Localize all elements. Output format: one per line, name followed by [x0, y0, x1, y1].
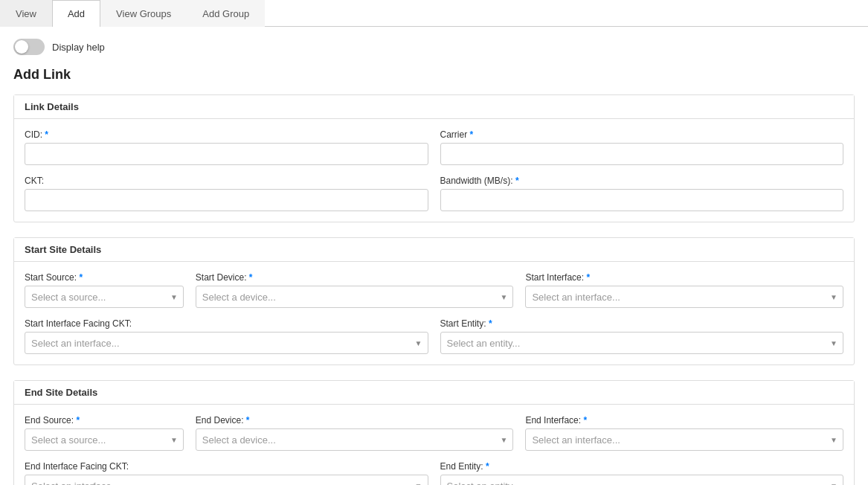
start-entity-wrapper: Select an entity... ▼: [440, 332, 844, 354]
start-ifc-wrapper: Select an interface... ▼: [25, 332, 428, 354]
end-interface-group: End Interface: * Select an interface... …: [525, 415, 843, 451]
start-source-wrapper: Select a source... ▼: [25, 286, 184, 308]
display-help-row: Display help: [13, 39, 855, 55]
start-source-device-interface-row: Start Source: * Select a source... ▼ Sta…: [25, 272, 843, 308]
start-interface-wrapper: Select an interface... ▼: [525, 286, 843, 308]
end-ifc-select[interactable]: Select an interface...: [25, 475, 428, 485]
end-source-device-interface-row: End Source: * Select a source... ▼ End D…: [25, 415, 843, 451]
ckt-input[interactable]: [25, 189, 428, 211]
start-entity-label: Start Entity: *: [440, 318, 844, 329]
end-interface-select[interactable]: Select an interface...: [525, 428, 843, 451]
start-device-group: Start Device: * Select a device... ▼: [196, 272, 514, 308]
end-interface-wrapper: Select an interface... ▼: [525, 428, 843, 451]
start-site-section: Start Site Details Start Source: * Selec…: [13, 237, 855, 365]
start-ifc-label: Start Interface Facing CKT:: [25, 318, 428, 329]
start-site-header: Start Site Details: [14, 238, 854, 262]
carrier-group: Carrier *: [440, 129, 844, 165]
end-ifc-label: End Interface Facing CKT:: [25, 461, 428, 472]
start-device-select[interactable]: Select a device...: [196, 286, 514, 308]
tab-view[interactable]: View: [0, 0, 52, 27]
ckt-group: CKT:: [25, 176, 428, 211]
page-title: Add Link: [13, 67, 855, 83]
end-device-wrapper: Select a device... ▼: [196, 428, 514, 451]
start-source-select[interactable]: Select a source...: [25, 286, 184, 308]
end-ifc-group: End Interface Facing CKT: Select an inte…: [25, 461, 428, 485]
start-entity-select[interactable]: Select an entity...: [440, 332, 844, 354]
end-device-label: End Device: *: [196, 415, 514, 425]
start-device-label: Start Device: *: [196, 272, 514, 283]
end-entity-label: End Entity: *: [440, 461, 844, 472]
end-entity-group: End Entity: * Select an entity... ▼: [440, 461, 844, 485]
end-entity-wrapper: Select an entity... ▼: [440, 475, 844, 485]
start-interface-group: Start Interface: * Select an interface..…: [525, 272, 843, 308]
start-ifc-select[interactable]: Select an interface...: [25, 332, 428, 354]
link-details-section: Link Details CID: * Carrier * CKT:: [13, 94, 855, 222]
start-interface-select[interactable]: Select an interface...: [525, 286, 843, 308]
tab-view-groups[interactable]: View Groups: [100, 0, 187, 27]
end-site-section: End Site Details End Source: * Select a …: [13, 380, 855, 485]
end-source-group: End Source: * Select a source... ▼: [25, 415, 184, 451]
cid-group: CID: *: [25, 129, 428, 165]
start-source-label: Start Source: *: [25, 272, 184, 283]
end-device-select[interactable]: Select a device...: [196, 428, 514, 451]
end-device-group: End Device: * Select a device... ▼: [196, 415, 514, 451]
start-entity-group: Start Entity: * Select an entity... ▼: [440, 318, 844, 354]
end-source-label: End Source: *: [25, 415, 184, 425]
carrier-label: Carrier *: [440, 129, 844, 140]
cid-input[interactable]: [25, 143, 428, 165]
bandwidth-label: Bandwidth (MB/s): *: [440, 176, 844, 186]
end-site-header: End Site Details: [14, 381, 854, 405]
start-ifc-group: Start Interface Facing CKT: Select an in…: [25, 318, 428, 354]
display-help-label: Display help: [52, 42, 105, 53]
end-ifc-entity-row: End Interface Facing CKT: Select an inte…: [25, 461, 843, 485]
link-details-header: Link Details: [14, 95, 854, 119]
cid-label: CID: *: [25, 129, 428, 140]
end-source-wrapper: Select a source... ▼: [25, 428, 184, 451]
cid-carrier-row: CID: * Carrier *: [25, 129, 843, 165]
end-interface-label: End Interface: *: [525, 415, 843, 425]
display-help-toggle[interactable]: [13, 39, 45, 55]
tab-add[interactable]: Add: [52, 0, 100, 27]
start-device-wrapper: Select a device... ▼: [196, 286, 514, 308]
bandwidth-group: Bandwidth (MB/s): *: [440, 176, 844, 211]
tabs: View Add View Groups Add Group: [0, 0, 868, 27]
end-source-select[interactable]: Select a source...: [25, 428, 184, 451]
carrier-input[interactable]: [440, 143, 844, 165]
toggle-knob: [15, 40, 28, 54]
tab-add-group[interactable]: Add Group: [187, 0, 265, 27]
end-ifc-wrapper: Select an interface... ▼: [25, 475, 428, 485]
ckt-bandwidth-row: CKT: Bandwidth (MB/s): *: [25, 176, 843, 211]
start-source-group: Start Source: * Select a source... ▼: [25, 272, 184, 308]
bandwidth-input[interactable]: [440, 189, 844, 211]
end-entity-select[interactable]: Select an entity...: [440, 475, 844, 485]
start-interface-label: Start Interface: *: [525, 272, 843, 283]
ckt-label: CKT:: [25, 176, 428, 186]
start-ifc-entity-row: Start Interface Facing CKT: Select an in…: [25, 318, 843, 354]
